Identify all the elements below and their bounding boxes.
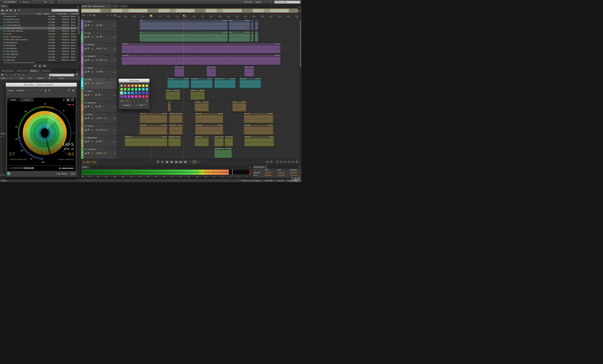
monitor-input-button[interactable] [113, 82, 116, 85]
marker-filter-icon[interactable] [76, 74, 79, 76]
clip-volume-dropdown[interactable]: Volume ▾ [223, 31, 228, 33]
volume-value[interactable]: -6.2 [91, 47, 93, 50]
clip-volume-dropdown[interactable]: Volume ▾ [220, 136, 224, 138]
track-header[interactable]: DRUMS RMSRI-6.2R100 [81, 54, 117, 66]
view-start-value[interactable]: 0:00.000 [265, 174, 271, 176]
audio-clip[interactable]: Piano LeftVolume ▾ [139, 113, 168, 124]
file-row[interactable]: Shaker.wav6:26.48944100 HzMono [0, 59, 80, 62]
arm-record-button[interactable]: R [111, 148, 113, 151]
pan-value[interactable]: R100 [103, 129, 107, 131]
view-end-value[interactable]: 7:05.138 [278, 174, 284, 176]
toggle-fx-icon[interactable]: fx [85, 14, 89, 17]
track-name[interactable]: Piano L [85, 113, 93, 115]
clip-volume-dropdown[interactable]: Volume ▾ [162, 113, 167, 114]
monitor-input-button[interactable]: I [114, 67, 116, 69]
close-icon[interactable]: × [265, 166, 266, 168]
files-horizontal-scrollbar[interactable]: ◀▶ [0, 62, 80, 63]
audio-clip[interactable]: Sub [255, 31, 258, 42]
audio-clip[interactable]: ...ordVolume ▾ [224, 136, 233, 147]
track-lane[interactable]: Drums RightVolume ▾ [117, 54, 302, 66]
track-name[interactable]: DRUMS R [85, 55, 95, 57]
tab-settings[interactable]: Settings [20, 98, 34, 102]
pan-knob[interactable] [99, 59, 102, 62]
track-drag-grip[interactable] [81, 55, 83, 58]
waveform-mode-button[interactable]: Waveform [2, 0, 17, 4]
track-header[interactable]: HarpsichordMSRI-120 [81, 136, 117, 147]
color-swatch[interactable] [128, 92, 130, 94]
panel-menu-icon[interactable]: ▾≡ [298, 166, 302, 168]
audio-clip[interactable]: Echo breakVolume ▾ [191, 78, 213, 89]
track-lane[interactable]: Drums LeftVolume ▾ [117, 43, 302, 54]
solo-button[interactable]: S [108, 102, 110, 104]
loop-playback-button[interactable] [192, 160, 197, 164]
audio-clip[interactable]: BassVolume ▾ [229, 20, 250, 31]
stop-button[interactable]: ■ [156, 160, 160, 164]
monitor-input-button[interactable] [113, 94, 116, 97]
time-stretch-tool-icon[interactable]: |↔| [51, 0, 54, 4]
audio-clip[interactable]: ... [251, 31, 254, 42]
tab-radar[interactable]: Radar [7, 98, 20, 102]
tab-console[interactable]: Console [119, 4, 129, 8]
track-name[interactable]: Hi Strings L [85, 148, 96, 150]
monitor-input-button[interactable] [113, 24, 116, 27]
color-swatch[interactable] [135, 95, 137, 98]
monitor-input-button[interactable]: I [114, 44, 116, 46]
volume-value[interactable]: -4.5 [91, 152, 93, 154]
skip-selection-button[interactable] [197, 160, 201, 164]
track-color-chip[interactable] [81, 110, 83, 112]
volume-value[interactable]: +0 [91, 106, 93, 108]
clip-volume-dropdown[interactable]: Volume ▾ [275, 43, 280, 45]
mute-button[interactable]: M [105, 32, 108, 34]
audio-clip[interactable]: Guitar ...eVolume ▾ [165, 89, 180, 100]
monitor-input-button[interactable]: I [114, 20, 116, 23]
clip-volume-dropdown[interactable]: Volume ▾ [268, 124, 273, 126]
monitor-input-button[interactable] [113, 59, 116, 62]
track-drag-grip[interactable] [81, 20, 83, 23]
record-button[interactable]: ● [188, 160, 192, 164]
file-row[interactable]: Pad Left.wav6:26.48944100 HzMono [0, 44, 80, 47]
tab-markers[interactable]: Markers× [29, 69, 40, 73]
track-drag-grip[interactable] [81, 148, 83, 151]
solo-button[interactable]: S [108, 55, 110, 58]
track-header[interactable]: ShakerMSRI-5.80 [81, 66, 117, 77]
track-drag-grip[interactable] [81, 101, 83, 105]
color-swatch[interactable] [146, 92, 148, 94]
volume-knob[interactable] [87, 117, 90, 120]
file-row[interactable]: MA – Teardrop.sesx *7:05.13844100 HzSter… [0, 35, 80, 38]
pan-knob[interactable] [99, 117, 102, 120]
monitor-input-button[interactable] [113, 106, 116, 108]
pan-value[interactable]: 0 [103, 141, 104, 143]
trash-icon[interactable] [18, 9, 21, 12]
hue-reset-icon[interactable]: ↺ [146, 100, 148, 102]
track-color-chip[interactable] [81, 64, 83, 65]
slip-tool-icon[interactable] [47, 0, 51, 4]
track-lane[interactable]: SubVolume ▾SubVolume ▾...Sub [117, 31, 302, 43]
arm-record-button[interactable]: R [111, 137, 113, 139]
pan-value[interactable]: L100 [103, 152, 107, 154]
track-name[interactable]: Sub [85, 32, 91, 34]
color-swatch[interactable] [138, 95, 141, 98]
color-swatch[interactable] [131, 84, 134, 87]
multitrack-mode-button[interactable]: Multitrack [18, 0, 31, 4]
audio-clip[interactable]: Harpsic...Volume ▾ [214, 136, 224, 147]
track-color-chip[interactable] [81, 122, 83, 123]
pitch-display-icon[interactable] [38, 0, 41, 4]
color-swatch[interactable] [124, 95, 127, 98]
arm-record-button[interactable]: R [111, 102, 113, 104]
volume-value[interactable]: -12 [91, 141, 93, 143]
file-row[interactable]: Hamond.wav6:26.48944100 HzMono [0, 15, 80, 18]
history-toolbar-icons[interactable]: ▶ ≣ [0, 136, 4, 138]
track-header[interactable]: HammondMSRI+00 [81, 101, 117, 112]
ok-button[interactable]: OK [136, 104, 147, 107]
clip-volume-dropdown[interactable]: Volume ▾ [162, 124, 167, 126]
tab-editor-session[interactable]: Editor: MA – Teardrop.sesx * ▼ × [81, 4, 112, 8]
audio-clip[interactable]: ShakerVolume ▾ [206, 66, 216, 77]
track-color-chip[interactable] [81, 29, 83, 30]
zoom-full-button[interactable]: ▭ [295, 160, 299, 164]
audio-clip[interactable]: Hamond ...Volume ▾ [232, 101, 246, 112]
files-autoplay-button[interactable] [43, 64, 47, 68]
mute-button[interactable]: M [105, 113, 108, 116]
track-drag-grip[interactable] [81, 124, 83, 128]
color-swatch[interactable] [120, 95, 123, 98]
track-name[interactable]: Hammond [85, 102, 95, 104]
